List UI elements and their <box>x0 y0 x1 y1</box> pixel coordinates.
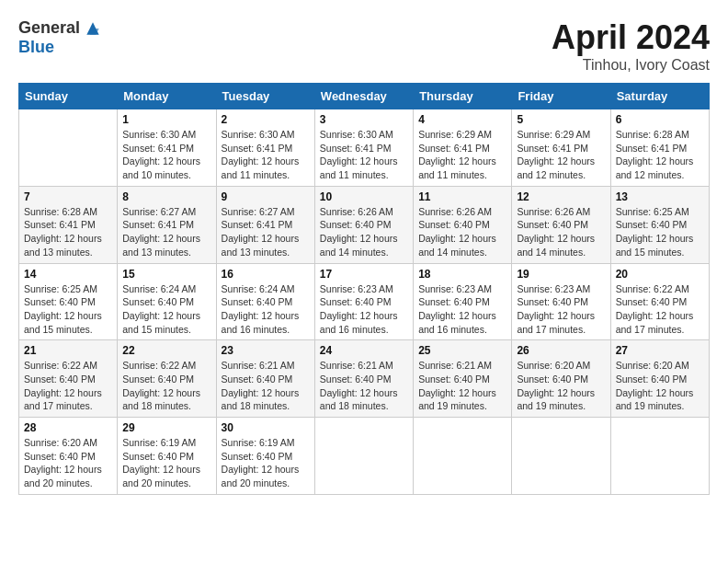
day-number: 15 <box>122 268 210 281</box>
page-header: General Blue April 2024 Tinhou, Ivory Co… <box>18 18 710 74</box>
day-number: 13 <box>616 190 704 203</box>
calendar-cell: 14Sunrise: 6:25 AM Sunset: 6:40 PM Dayli… <box>19 263 118 340</box>
day-number: 26 <box>517 344 605 357</box>
day-info: Sunrise: 6:20 AM Sunset: 6:40 PM Dayligh… <box>517 359 605 413</box>
day-info: Sunrise: 6:22 AM Sunset: 6:40 PM Dayligh… <box>616 282 704 337</box>
day-number: 14 <box>24 268 112 281</box>
week-row-4: 28Sunrise: 6:20 AM Sunset: 6:40 PM Dayli… <box>19 418 710 495</box>
day-info: Sunrise: 6:20 AM Sunset: 6:40 PM Dayligh… <box>24 436 112 490</box>
day-info: Sunrise: 6:30 AM Sunset: 6:41 PM Dayligh… <box>222 128 310 182</box>
day-number: 8 <box>122 190 210 203</box>
day-info: Sunrise: 6:21 AM Sunset: 6:40 PM Dayligh… <box>320 359 408 413</box>
day-info: Sunrise: 6:28 AM Sunset: 6:41 PM Dayligh… <box>24 205 112 259</box>
day-info: Sunrise: 6:23 AM Sunset: 6:40 PM Dayligh… <box>320 282 408 337</box>
calendar-cell: 10Sunrise: 6:26 AM Sunset: 6:40 PM Dayli… <box>314 186 413 263</box>
day-number: 18 <box>418 268 506 281</box>
logo-general-text: General <box>18 18 80 38</box>
calendar-cell <box>610 418 709 495</box>
day-number: 16 <box>222 268 310 281</box>
day-info: Sunrise: 6:20 AM Sunset: 6:40 PM Dayligh… <box>616 359 704 413</box>
day-info: Sunrise: 6:23 AM Sunset: 6:40 PM Dayligh… <box>517 282 605 337</box>
day-number: 4 <box>418 113 506 126</box>
calendar-cell: 29Sunrise: 6:19 AM Sunset: 6:40 PM Dayli… <box>118 418 216 495</box>
calendar-cell: 3Sunrise: 6:30 AM Sunset: 6:41 PM Daylig… <box>314 109 413 187</box>
day-number: 2 <box>222 113 310 126</box>
calendar-cell: 16Sunrise: 6:24 AM Sunset: 6:40 PM Dayli… <box>216 263 314 340</box>
calendar-cell: 25Sunrise: 6:21 AM Sunset: 6:40 PM Dayli… <box>414 340 512 418</box>
calendar-header-row: SundayMondayTuesdayWednesdayThursdayFrid… <box>19 84 710 109</box>
week-row-2: 14Sunrise: 6:25 AM Sunset: 6:40 PM Dayli… <box>19 263 710 340</box>
day-number: 27 <box>616 344 704 357</box>
calendar-cell: 13Sunrise: 6:25 AM Sunset: 6:40 PM Dayli… <box>610 186 709 263</box>
day-info: Sunrise: 6:23 AM Sunset: 6:40 PM Dayligh… <box>418 282 506 337</box>
day-info: Sunrise: 6:22 AM Sunset: 6:40 PM Dayligh… <box>122 359 210 413</box>
header-friday: Friday <box>512 84 610 109</box>
header-thursday: Thursday <box>414 84 512 109</box>
day-info: Sunrise: 6:21 AM Sunset: 6:40 PM Dayligh… <box>418 359 506 413</box>
day-number: 9 <box>222 190 310 203</box>
header-sunday: Sunday <box>19 84 118 109</box>
day-info: Sunrise: 6:19 AM Sunset: 6:40 PM Dayligh… <box>122 436 210 490</box>
day-info: Sunrise: 6:21 AM Sunset: 6:40 PM Dayligh… <box>222 359 310 413</box>
day-info: Sunrise: 6:26 AM Sunset: 6:40 PM Dayligh… <box>517 205 605 259</box>
logo: General Blue <box>18 18 102 57</box>
day-number: 17 <box>320 268 408 281</box>
day-number: 29 <box>122 421 210 434</box>
calendar-cell: 7Sunrise: 6:28 AM Sunset: 6:41 PM Daylig… <box>19 186 118 263</box>
day-info: Sunrise: 6:22 AM Sunset: 6:40 PM Dayligh… <box>24 359 112 413</box>
calendar-cell: 12Sunrise: 6:26 AM Sunset: 6:40 PM Dayli… <box>512 186 610 263</box>
day-info: Sunrise: 6:26 AM Sunset: 6:40 PM Dayligh… <box>320 205 408 259</box>
day-number: 25 <box>418 344 506 357</box>
month-title: April 2024 <box>552 18 710 57</box>
day-info: Sunrise: 6:30 AM Sunset: 6:41 PM Dayligh… <box>122 128 210 182</box>
day-info: Sunrise: 6:26 AM Sunset: 6:40 PM Dayligh… <box>418 205 506 259</box>
day-info: Sunrise: 6:27 AM Sunset: 6:41 PM Dayligh… <box>122 205 210 259</box>
day-number: 23 <box>222 344 310 357</box>
calendar-cell: 2Sunrise: 6:30 AM Sunset: 6:41 PM Daylig… <box>216 109 314 187</box>
day-number: 20 <box>616 268 704 281</box>
calendar-cell: 24Sunrise: 6:21 AM Sunset: 6:40 PM Dayli… <box>314 340 413 418</box>
day-info: Sunrise: 6:29 AM Sunset: 6:41 PM Dayligh… <box>517 128 605 182</box>
day-number: 10 <box>320 190 408 203</box>
calendar-cell: 9Sunrise: 6:27 AM Sunset: 6:41 PM Daylig… <box>216 186 314 263</box>
day-info: Sunrise: 6:28 AM Sunset: 6:41 PM Dayligh… <box>616 128 704 182</box>
calendar-cell: 5Sunrise: 6:29 AM Sunset: 6:41 PM Daylig… <box>512 109 610 187</box>
day-number: 22 <box>122 344 210 357</box>
day-number: 7 <box>24 190 112 203</box>
location-subtitle: Tinhou, Ivory Coast <box>552 57 710 74</box>
calendar-table: SundayMondayTuesdayWednesdayThursdayFrid… <box>18 83 710 495</box>
day-number: 30 <box>222 421 310 434</box>
logo-blue-text: Blue <box>18 38 54 57</box>
calendar-cell: 8Sunrise: 6:27 AM Sunset: 6:41 PM Daylig… <box>118 186 216 263</box>
day-number: 3 <box>320 113 408 126</box>
calendar-cell <box>512 418 610 495</box>
calendar-cell: 4Sunrise: 6:29 AM Sunset: 6:41 PM Daylig… <box>414 109 512 187</box>
calendar-cell <box>19 109 118 187</box>
calendar-cell: 11Sunrise: 6:26 AM Sunset: 6:40 PM Dayli… <box>414 186 512 263</box>
day-number: 21 <box>24 344 112 357</box>
calendar-cell: 27Sunrise: 6:20 AM Sunset: 6:40 PM Dayli… <box>610 340 709 418</box>
day-number: 6 <box>616 113 704 126</box>
day-info: Sunrise: 6:24 AM Sunset: 6:40 PM Dayligh… <box>222 282 310 337</box>
calendar-cell: 17Sunrise: 6:23 AM Sunset: 6:40 PM Dayli… <box>314 263 413 340</box>
day-number: 12 <box>517 190 605 203</box>
calendar-cell: 28Sunrise: 6:20 AM Sunset: 6:40 PM Dayli… <box>19 418 118 495</box>
header-tuesday: Tuesday <box>216 84 314 109</box>
day-info: Sunrise: 6:24 AM Sunset: 6:40 PM Dayligh… <box>122 282 210 337</box>
calendar-cell: 18Sunrise: 6:23 AM Sunset: 6:40 PM Dayli… <box>414 263 512 340</box>
calendar-cell: 22Sunrise: 6:22 AM Sunset: 6:40 PM Dayli… <box>118 340 216 418</box>
calendar-cell: 20Sunrise: 6:22 AM Sunset: 6:40 PM Dayli… <box>610 263 709 340</box>
calendar-cell: 6Sunrise: 6:28 AM Sunset: 6:41 PM Daylig… <box>610 109 709 187</box>
title-block: April 2024 Tinhou, Ivory Coast <box>552 18 710 74</box>
calendar-cell: 26Sunrise: 6:20 AM Sunset: 6:40 PM Dayli… <box>512 340 610 418</box>
calendar-cell: 1Sunrise: 6:30 AM Sunset: 6:41 PM Daylig… <box>118 109 216 187</box>
day-number: 1 <box>122 113 210 126</box>
day-info: Sunrise: 6:27 AM Sunset: 6:41 PM Dayligh… <box>222 205 310 259</box>
day-info: Sunrise: 6:25 AM Sunset: 6:40 PM Dayligh… <box>616 205 704 259</box>
day-number: 5 <box>517 113 605 126</box>
day-info: Sunrise: 6:25 AM Sunset: 6:40 PM Dayligh… <box>24 282 112 337</box>
day-number: 24 <box>320 344 408 357</box>
week-row-3: 21Sunrise: 6:22 AM Sunset: 6:40 PM Dayli… <box>19 340 710 418</box>
header-monday: Monday <box>118 84 216 109</box>
calendar-cell: 23Sunrise: 6:21 AM Sunset: 6:40 PM Dayli… <box>216 340 314 418</box>
